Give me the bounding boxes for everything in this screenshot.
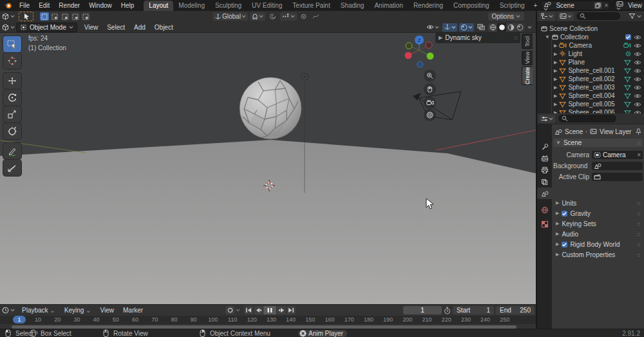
workspace-tab-animation[interactable]: Animation: [369, 1, 408, 11]
panel-custom-properties[interactable]: ▶ Custom Properties ::::: [553, 249, 643, 260]
menu-edit[interactable]: Edit: [34, 1, 54, 10]
timeline-menu-playback[interactable]: Playback ⌄: [17, 306, 60, 314]
tool-scale[interactable]: [3, 106, 21, 122]
properties-tab-output[interactable]: [537, 164, 552, 176]
panel-expand-icon[interactable]: ▶: [556, 200, 559, 206]
playback-jump-end-button[interactable]: [287, 306, 296, 314]
panel-audio[interactable]: ▶ Audio ::::: [553, 229, 643, 239]
scene-unlink-icon[interactable]: ×: [604, 2, 608, 9]
sidebar-tab-tool[interactable]: Tool: [522, 34, 533, 49]
playback-jump-start-button[interactable]: [244, 306, 253, 314]
snap-toggle-button[interactable]: [250, 12, 265, 21]
panel-units[interactable]: ▶ Units ::::: [553, 198, 643, 208]
proportional-editing-icon[interactable]: [267, 12, 278, 21]
eye-icon[interactable]: [634, 93, 641, 99]
item-label[interactable]: Camera: [569, 42, 621, 49]
nav-move-view-button[interactable]: [424, 83, 436, 95]
tool-select-box[interactable]: [3, 36, 21, 52]
outliner-filter-button[interactable]: [629, 13, 641, 19]
workspace-tab-rendering[interactable]: Rendering: [408, 1, 448, 11]
menu-window[interactable]: Window: [84, 1, 117, 10]
expand-arrow-icon[interactable]: ▶: [554, 43, 557, 48]
transform-orientation-dropdown[interactable]: Global: [213, 12, 248, 21]
panel-rigid-body-world[interactable]: ▶ Rigid Body World ::::: [553, 239, 643, 249]
panel-collapse-icon[interactable]: ▼: [556, 140, 561, 146]
outliner-item-light[interactable]: ▶ Light: [537, 50, 644, 58]
field-input[interactable]: Camera×: [592, 151, 643, 159]
tool-rotate[interactable]: [3, 90, 21, 106]
shading-wireframe-button[interactable]: [488, 23, 497, 32]
scene-selector[interactable]: Scene ×: [541, 1, 611, 10]
outliner-item-sphere_cell.001[interactable]: ▶ Sphere_cell.001: [537, 66, 644, 75]
workspace-tab-shading[interactable]: Shading: [336, 1, 370, 11]
tool-cursor[interactable]: [3, 53, 21, 69]
show-gizmo-dropdown[interactable]: [442, 23, 457, 32]
scene-selector-value[interactable]: Scene: [553, 2, 592, 9]
panel-expand-icon[interactable]: ▶: [556, 231, 559, 236]
workspace-tab-uv-editing[interactable]: UV Editing: [247, 1, 287, 11]
playback-next-keyframe-button[interactable]: [277, 306, 286, 314]
timeline-menu-view[interactable]: View: [96, 306, 119, 314]
editor-type-select[interactable]: [2, 13, 15, 20]
mode-dropdown[interactable]: Object Mode: [16, 23, 77, 32]
item-label[interactable]: Sphere_cell.004: [568, 92, 622, 99]
properties-tab-world[interactable]: [537, 204, 552, 216]
tool-transform[interactable]: [3, 123, 21, 139]
panel-expand-icon[interactable]: ▶: [556, 242, 559, 247]
navigation-gizmo[interactable]: Z: [399, 34, 440, 70]
start-frame-field[interactable]: Start 1: [453, 306, 494, 314]
properties-tab-tool[interactable]: [537, 141, 552, 153]
select-mode-invert[interactable]: [71, 12, 80, 21]
eye-icon[interactable]: [634, 60, 641, 65]
sidebar-tab-view[interactable]: View: [522, 51, 533, 65]
panel-expand-icon[interactable]: ▶: [556, 221, 559, 226]
falloff-curve-icon[interactable]: [310, 12, 321, 21]
eye-icon[interactable]: [634, 52, 641, 57]
eye-icon[interactable]: [634, 68, 641, 73]
pin-icon[interactable]: [636, 128, 641, 135]
item-label[interactable]: Plane: [568, 59, 622, 66]
properties-tab-render[interactable]: [537, 153, 552, 164]
tool-measure[interactable]: [3, 160, 21, 176]
expand-arrow-icon[interactable]: ▶: [554, 68, 557, 73]
outliner-search-input[interactable]: [576, 12, 620, 20]
playback-prev-keyframe-button[interactable]: [254, 306, 263, 314]
nav-zoom-button[interactable]: [424, 70, 436, 82]
expand-arrow-icon[interactable]: ▶: [554, 52, 557, 57]
view-layer-value[interactable]: View Layer: [625, 2, 644, 9]
workspace-tab-texture-paint[interactable]: Texture Paint: [287, 1, 335, 11]
viewport-menu-view[interactable]: View: [80, 23, 103, 32]
outliner-item-sphere_cell.004[interactable]: ▶ Sphere_cell.004: [537, 91, 644, 100]
view-layer-selector[interactable]: View Layer ×: [614, 1, 644, 10]
close-circle-icon[interactable]: [299, 330, 307, 337]
timeline-scrollbar[interactable]: [12, 325, 516, 329]
end-frame-field[interactable]: End 250: [496, 306, 535, 314]
shading-material-button[interactable]: [506, 23, 515, 32]
scene-copy-button[interactable]: [594, 2, 602, 9]
select-mode-new[interactable]: [40, 12, 49, 21]
select-mode-extend[interactable]: [50, 12, 59, 21]
tool-move[interactable]: [3, 73, 21, 89]
stopwatch-icon[interactable]: [444, 307, 451, 314]
viewport-canvas[interactable]: fps: 24 (1) Collection: [0, 33, 536, 304]
breadcrumb-view-layer[interactable]: View Layer: [600, 128, 631, 135]
sidebar-panel-dynamic-sky[interactable]: ▶ Dynamic sky ::::: [435, 32, 520, 43]
select-mode-intersect[interactable]: [81, 12, 90, 21]
item-label[interactable]: Sphere_cell.001: [568, 67, 622, 74]
item-label[interactable]: Light: [568, 50, 623, 57]
viewport-editor-type[interactable]: [2, 24, 15, 31]
workspace-tab-scripting[interactable]: Scripting: [495, 1, 530, 11]
auto-keying-button[interactable]: [225, 306, 234, 314]
item-label[interactable]: Sphere_cell.002: [568, 75, 622, 82]
shading-dropdown[interactable]: [526, 23, 533, 32]
item-label[interactable]: Sphere_cell.003: [568, 84, 622, 91]
panel-drag-handle[interactable]: ::::: [637, 200, 640, 206]
proportional-circle-icon[interactable]: [299, 12, 308, 21]
panel-drag-handle[interactable]: ::::: [637, 231, 640, 237]
eye-icon[interactable]: [634, 102, 641, 107]
collection-label[interactable]: Collection: [560, 34, 623, 41]
outliner-row-collection[interactable]: ▼ Collection: [537, 33, 644, 41]
panel-checkbox[interactable]: [562, 211, 567, 217]
panel-gravity[interactable]: ▶ Gravity ::::: [553, 208, 643, 218]
outliner-display-mode[interactable]: [539, 12, 555, 21]
